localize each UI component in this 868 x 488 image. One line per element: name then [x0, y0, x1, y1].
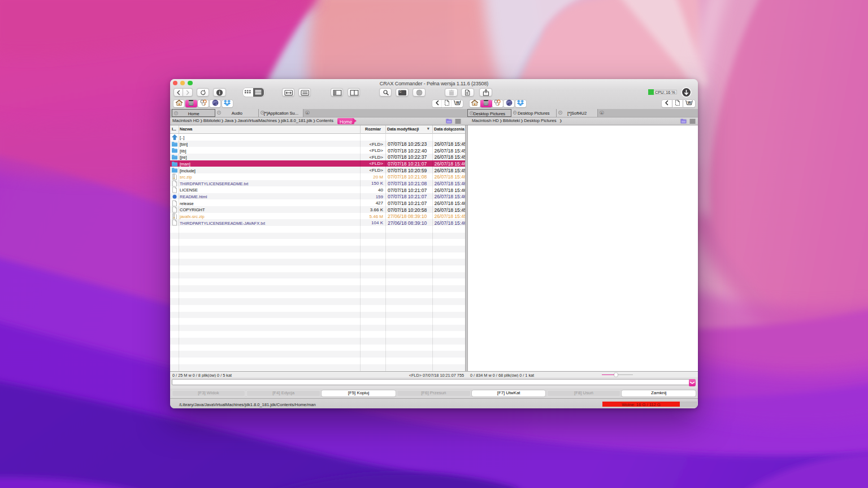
svg-text:W: W: [688, 101, 692, 104]
svg-text:C:: C:: [399, 90, 402, 93]
svg-text:W: W: [456, 101, 460, 104]
